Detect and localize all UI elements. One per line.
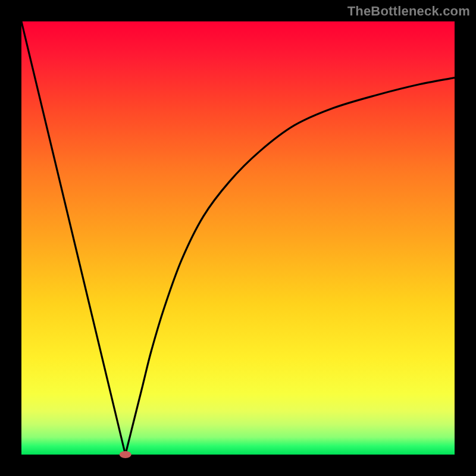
plot-area xyxy=(21,21,455,455)
minimum-marker xyxy=(120,451,131,458)
chart-svg xyxy=(21,21,455,455)
watermark-text: TheBottleneck.com xyxy=(347,4,470,19)
bottleneck-curve xyxy=(21,21,455,455)
